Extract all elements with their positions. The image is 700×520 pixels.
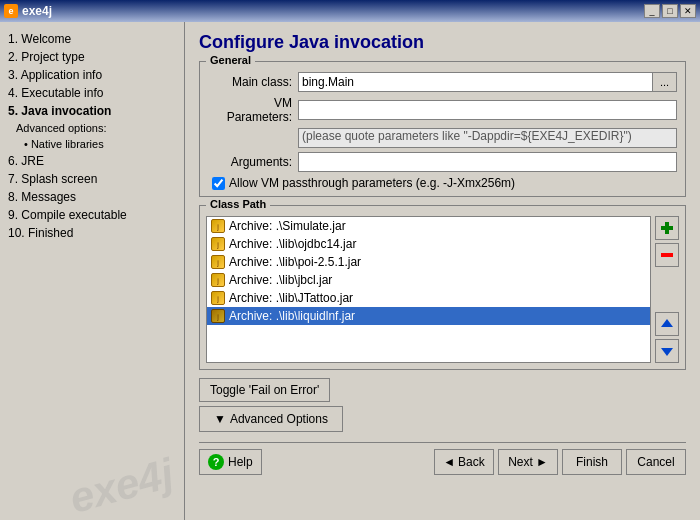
jar-icon: j (211, 237, 225, 251)
help-icon: ? (208, 454, 224, 470)
classpath-title: Class Path (206, 198, 270, 210)
app-icon: e (4, 4, 18, 18)
back-button[interactable]: ◄ Back (434, 449, 494, 475)
toggle-fail-button[interactable]: Toggle 'Fail on Error' (199, 378, 330, 402)
back-label: Back (458, 455, 485, 469)
list-item[interactable]: j Archive: .\lib\poi-2.5.1.jar (207, 253, 650, 271)
bottom-bar: ? Help ◄ Back Next ► Finish Cancel (199, 442, 686, 475)
checkbox-label: Allow VM passthrough parameters (e.g. -J… (229, 176, 515, 190)
svg-marker-3 (661, 319, 673, 327)
classpath-item-label: Archive: .\lib\JTattoo.jar (229, 291, 353, 305)
vm-params-hint-row: (please quote parameters like "-Dappdir=… (208, 128, 677, 148)
maximize-button[interactable]: □ (662, 4, 678, 18)
jar-icon: j (211, 255, 225, 269)
list-item[interactable]: j Archive: .\lib\jbcl.jar (207, 271, 650, 289)
sidebar-item-project-type[interactable]: 2. Project type (0, 48, 184, 66)
arguments-label: Arguments: (208, 155, 298, 169)
main-container: 1. Welcome 2. Project type 3. Applicatio… (0, 22, 700, 520)
add-classpath-button[interactable] (655, 216, 679, 240)
classpath-item-label: Archive: .\lib\ojdbc14.jar (229, 237, 356, 251)
general-group-title: General (206, 54, 255, 66)
sidebar-watermark: exe4j (64, 449, 178, 520)
browse-button[interactable]: ... (653, 72, 677, 92)
passthrough-checkbox[interactable] (212, 177, 225, 190)
sidebar-item-finished[interactable]: 10. Finished (0, 224, 184, 242)
sidebar: 1. Welcome 2. Project type 3. Applicatio… (0, 22, 185, 520)
classpath-item-label: Archive: .\lib\liquidlnf.jar (229, 309, 355, 323)
main-class-row: Main class: ... (208, 72, 677, 92)
classpath-item-label: Archive: .\lib\jbcl.jar (229, 273, 332, 287)
jar-icon: j (211, 291, 225, 305)
move-down-button[interactable] (655, 339, 679, 363)
sidebar-item-compile[interactable]: 9. Compile executable (0, 206, 184, 224)
toggle-row: Toggle 'Fail on Error' (199, 374, 686, 402)
advanced-options-button[interactable]: ▼ Advanced Options (199, 406, 343, 432)
classpath-group: Class Path j Archive: .\Simulate.jar j A… (199, 205, 686, 370)
sidebar-item-jre[interactable]: 6. JRE (0, 152, 184, 170)
list-item[interactable]: j Archive: .\Simulate.jar (207, 217, 650, 235)
classpath-inner: j Archive: .\Simulate.jar j Archive: .\l… (200, 206, 685, 369)
window-title: exe4j (22, 4, 52, 18)
general-group-content: Main class: ... VM Parameters: (please q… (208, 68, 677, 190)
list-item[interactable]: j Archive: .\lib\JTattoo.jar (207, 289, 650, 307)
sidebar-item-exec-info[interactable]: 4. Executable info (0, 84, 184, 102)
next-label: Next (508, 455, 533, 469)
sidebar-item-advanced-options[interactable]: Advanced options: (0, 120, 184, 136)
nav-buttons: ◄ Back Next ► Finish Cancel (434, 449, 686, 475)
list-item[interactable]: j Archive: .\lib\ojdbc14.jar (207, 235, 650, 253)
cp-btn-spacer (655, 270, 679, 309)
list-item-selected[interactable]: j Archive: .\lib\liquidlnf.jar (207, 307, 650, 325)
advanced-options-row: ▼ Advanced Options (199, 406, 686, 438)
content-area: Configure Java invocation General Main c… (185, 22, 700, 520)
finish-button[interactable]: Finish (562, 449, 622, 475)
help-button[interactable]: ? Help (199, 449, 262, 475)
main-class-label: Main class: (208, 75, 298, 89)
sidebar-item-native-libraries[interactable]: Native libraries (0, 136, 184, 152)
help-label: Help (228, 455, 253, 469)
move-up-button[interactable] (655, 312, 679, 336)
sidebar-item-java-invocation[interactable]: 5. Java invocation (0, 102, 184, 120)
sidebar-item-app-info[interactable]: 3. Application info (0, 66, 184, 84)
next-arrow-icon: ► (536, 455, 548, 469)
back-arrow-icon: ◄ (443, 455, 455, 469)
arguments-input[interactable] (298, 152, 677, 172)
titlebar: e exe4j _ □ ✕ (0, 0, 700, 22)
finish-label: Finish (576, 455, 608, 469)
page-title: Configure Java invocation (199, 32, 686, 53)
vm-params-hint: (please quote parameters like "-Dappdir=… (298, 128, 677, 148)
advanced-options-arrow-icon: ▼ (214, 412, 226, 426)
svg-rect-2 (661, 253, 673, 257)
svg-marker-4 (661, 348, 673, 356)
remove-classpath-button[interactable] (655, 243, 679, 267)
titlebar-buttons: _ □ ✕ (644, 4, 696, 18)
vm-params-label: VM Parameters: (208, 96, 298, 124)
sidebar-item-messages[interactable]: 8. Messages (0, 188, 184, 206)
advanced-options-label: Advanced Options (230, 412, 328, 426)
classpath-list[interactable]: j Archive: .\Simulate.jar j Archive: .\l… (206, 216, 651, 363)
checkbox-row: Allow VM passthrough parameters (e.g. -J… (208, 176, 677, 190)
sidebar-item-splash[interactable]: 7. Splash screen (0, 170, 184, 188)
vm-params-input[interactable] (298, 100, 677, 120)
cancel-button[interactable]: Cancel (626, 449, 686, 475)
jar-icon: j (211, 309, 225, 323)
next-button[interactable]: Next ► (498, 449, 558, 475)
titlebar-left: e exe4j (4, 4, 52, 18)
jar-icon: j (211, 273, 225, 287)
main-class-input[interactable] (298, 72, 653, 92)
vm-params-row: VM Parameters: (208, 96, 677, 124)
sidebar-item-welcome[interactable]: 1. Welcome (0, 30, 184, 48)
classpath-item-label: Archive: .\Simulate.jar (229, 219, 346, 233)
svg-rect-1 (661, 226, 673, 230)
arguments-row: Arguments: (208, 152, 677, 172)
close-button[interactable]: ✕ (680, 4, 696, 18)
cancel-label: Cancel (637, 455, 674, 469)
minimize-button[interactable]: _ (644, 4, 660, 18)
general-group: General Main class: ... VM Parameters: (… (199, 61, 686, 197)
classpath-buttons (655, 216, 679, 363)
jar-icon: j (211, 219, 225, 233)
classpath-item-label: Archive: .\lib\poi-2.5.1.jar (229, 255, 361, 269)
